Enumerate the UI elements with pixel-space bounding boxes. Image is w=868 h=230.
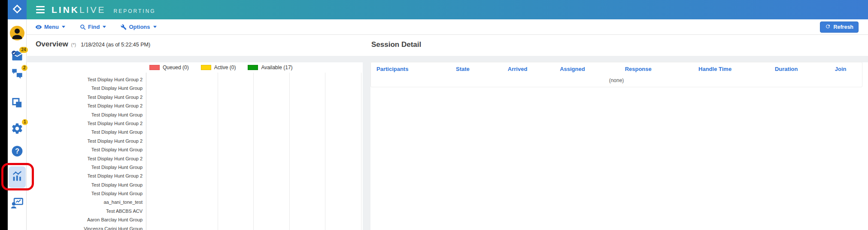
overview-title: Overview [36, 40, 68, 49]
sidebar-item-monitoring[interactable] [11, 197, 24, 209]
overview-heading: Overview (*) 1/18/2024 (as of 5:22:45 PM… [36, 40, 150, 49]
overview-timestamp: 1/18/2024 (as of 5:22:45 PM) [81, 42, 150, 48]
hunt-group-row: aa_hani_tone_test [27, 198, 144, 206]
hunt-group-row: Test Display Hunt Group 2 [27, 172, 144, 180]
sidebar-item-windows[interactable] [11, 97, 23, 109]
chart-legend: Queued (0) Active (0) Available (17) [149, 64, 305, 71]
diamond-logo-icon [12, 3, 23, 16]
brand-logo[interactable] [8, 0, 27, 19]
session-detail-title: Session Detail [371, 40, 421, 49]
wrench-icon [121, 24, 127, 30]
chat-badge: 2 [21, 65, 27, 71]
hunt-group-row: Test Display Hunt Group [27, 84, 144, 92]
column-handle-time[interactable]: Handle Time [677, 66, 753, 72]
chevron-down-icon [153, 26, 157, 28]
hunt-group-row: Test Display Hunt Group [27, 189, 144, 198]
sidebar-item-help[interactable]: ? [11, 145, 23, 157]
column-arrived[interactable]: Arrived [490, 66, 545, 72]
chat-bubbles-icon [11, 68, 23, 79]
legend-item-queued: Queued (0) [149, 64, 189, 71]
chart-plot-area [146, 73, 362, 230]
find-label: Find [88, 24, 100, 30]
session-detail-panel: Participants State Arrived Assigned Resp… [370, 62, 862, 87]
legend-item-available: Available (17) [248, 64, 292, 71]
legend-item-active: Active (0) [201, 64, 236, 71]
chevron-down-icon [103, 26, 106, 28]
brand-reporting: REPORTING [114, 8, 156, 14]
empty-state-text: (none) [371, 75, 862, 87]
column-assigned[interactable]: Assigned [545, 66, 600, 72]
app-header: LINK LIVE REPORTING [27, 0, 868, 19]
queued-swatch [149, 65, 160, 70]
toolbar: Menu Find Options [27, 19, 868, 35]
help-icon: ? [11, 145, 23, 157]
hunt-group-row: Aaron Barclay Hunt Group [27, 215, 144, 224]
search-icon [80, 24, 86, 30]
main-content: Overview (*) 1/18/2024 (as of 5:22:45 PM… [27, 35, 868, 230]
linklive-reporting-app: LINK LIVE REPORTING Menu Find [0, 0, 868, 230]
hunt-group-row: Test Display Hunt Group [27, 145, 144, 154]
hamburger-icon[interactable] [36, 6, 45, 13]
column-duration[interactable]: Duration [753, 66, 819, 72]
find-dropdown[interactable]: Find [80, 24, 106, 30]
hunt-group-row: Test Display Hunt Group 2 [27, 119, 144, 128]
hunt-group-axis-labels: Test Display Hunt Group 2 Test Display H… [27, 75, 144, 230]
sidebar-item-chat[interactable]: 2 [11, 68, 23, 79]
sidebar: 24 2 [8, 19, 27, 230]
panel-gap [363, 56, 370, 230]
options-dropdown[interactable]: Options [121, 24, 156, 30]
menu-label: Menu [44, 24, 59, 30]
hunt-group-row: Test Display Hunt Group 2 [27, 75, 144, 84]
session-detail-header-row: Participants State Arrived Assigned Resp… [371, 62, 862, 75]
sidebar-item-inbox[interactable]: 24 [11, 50, 24, 62]
eye-icon [35, 24, 42, 31]
refresh-label: Refresh [833, 24, 853, 30]
sidebar-item-reports-active[interactable] [9, 166, 26, 188]
inbox-badge: 24 [19, 47, 27, 53]
brand-live: LIVE [79, 5, 106, 15]
hunt-group-row: Test Display Hunt Group 2 [27, 154, 144, 163]
gear-icon [11, 122, 24, 135]
refresh-button[interactable]: Refresh [820, 21, 859, 33]
column-response[interactable]: Response [600, 66, 677, 72]
settings-badge: 1 [22, 119, 28, 125]
person-monitor-icon [11, 197, 24, 209]
title-strip: Overview (*) 1/18/2024 (as of 5:22:45 PM… [27, 35, 868, 56]
brand-title: LINK LIVE REPORTING [52, 5, 156, 15]
avatar-icon [10, 26, 24, 40]
chevron-down-icon [62, 26, 65, 28]
column-state[interactable]: State [435, 66, 490, 72]
refresh-icon [825, 24, 831, 31]
column-participants[interactable]: Participants [371, 66, 435, 72]
options-label: Options [129, 24, 150, 30]
hunt-group-row: Test Display Hunt Group [27, 181, 144, 189]
menu-dropdown[interactable]: Menu [35, 24, 65, 31]
overview-marker: (*) [71, 42, 76, 47]
sidebar-item-profile[interactable] [10, 26, 24, 40]
hunt-group-row: Test Display Hunt Group 2 [27, 101, 144, 110]
divider-band [27, 56, 868, 62]
bar-chart-icon [11, 170, 23, 184]
hunt-group-row: Test ABCBS ACV [27, 207, 144, 215]
hunt-group-row: Test Display Hunt Group 2 [27, 137, 144, 145]
left-black-strip [0, 0, 8, 230]
hunt-group-row: Test Display Hunt Group [27, 128, 144, 136]
svg-text:?: ? [15, 147, 19, 155]
hunt-group-row: Vincenza Carini Hunt Group [27, 224, 144, 230]
overview-chart-panel: Queued (0) Active (0) Available (17) Tes… [27, 62, 363, 230]
brand-link: LINK [52, 5, 79, 15]
windows-icon [11, 97, 23, 109]
sidebar-item-settings[interactable]: 1 [11, 122, 24, 135]
column-join[interactable]: Join [819, 66, 862, 72]
hunt-group-row: Test Display Hunt Group 2 [27, 93, 144, 101]
active-swatch [201, 65, 211, 70]
hunt-group-row: Test Display Hunt Group [27, 163, 144, 172]
available-swatch [248, 65, 258, 70]
hunt-group-row: Test Display Hunt Group [27, 110, 144, 119]
